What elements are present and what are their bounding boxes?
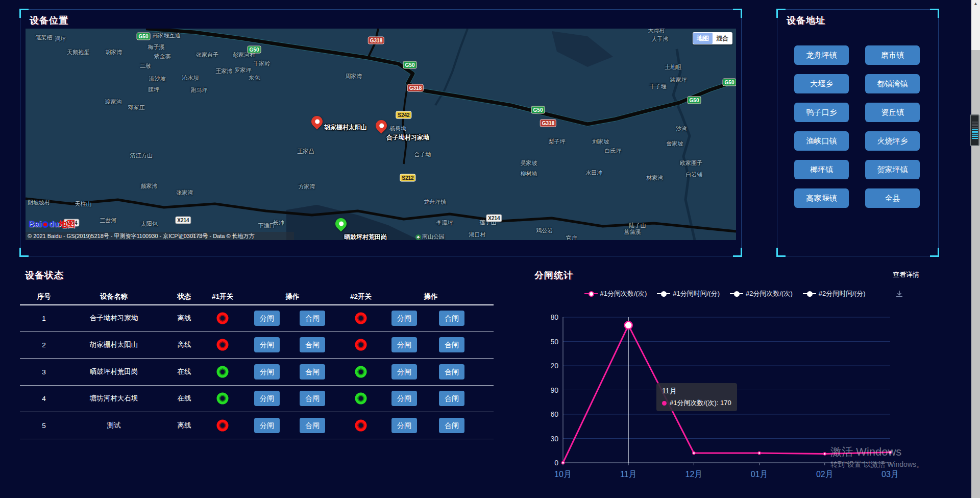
- svg-text:11月: 11月: [620, 470, 637, 479]
- map-marker-label: 胡家棚村太阳山: [324, 123, 367, 132]
- road-shield-s212: S212: [400, 174, 415, 182]
- open-switch2-button[interactable]: 分闸: [391, 337, 417, 352]
- table-rows: 1合子坳村习家坳离线分闸合闸分闸合闸2胡家棚村太阳山离线分闸合闸分闸合闸3晒鼓坪…: [20, 305, 494, 439]
- table-row: 4塘坊河村大石坝在线分闸合闸分闸合闸: [20, 386, 494, 413]
- map-place-label: 路家坪: [670, 76, 687, 84]
- device-location-panel: 设备位置 笔架槽洞坪天鹅抱蛋胡家湾高家堰互通梅子溪紫金寨二墩流沙坡沁水坝腰坪跑马…: [20, 9, 742, 256]
- close-switch2-button[interactable]: 合闸: [439, 391, 464, 406]
- open-switch1-button[interactable]: 分闸: [254, 391, 280, 406]
- open-switch1-button[interactable]: 分闸: [254, 418, 280, 433]
- dashboard: 设备位置 笔架槽洞坪天鹅抱蛋胡家湾高家堰互通梅子溪紫金寨二墩流沙坡沁水坝腰坪跑马…: [0, 0, 980, 498]
- map-place-label: 土地咀: [665, 63, 682, 71]
- map-place-label: 东包: [249, 74, 260, 82]
- close-switch2-button[interactable]: 合闸: [439, 418, 464, 433]
- close-switch2-button[interactable]: 合闸: [439, 311, 464, 326]
- map-place-label: 紫金寨: [154, 53, 171, 60]
- scrollbar-up-arrow[interactable]: ▲: [971, 1, 980, 6]
- road-shield-g50: G50: [531, 106, 545, 114]
- map-place-label: 千家岭: [254, 60, 271, 67]
- open-switch1-button[interactable]: 分闸: [254, 364, 280, 380]
- legend-item[interactable]: #2分闸次数/(次): [730, 289, 793, 298]
- switch2-indicator: [355, 312, 367, 324]
- map-place-label: 高家堰互通: [153, 32, 181, 39]
- chart-legend: #1分闸次数/(次)#1分闸时间/(分)#2分闸次数/(次)#2分闸时间/(分): [551, 289, 898, 298]
- switch2-indicator: [355, 419, 367, 431]
- close-switch2-button[interactable]: 合闸: [439, 337, 464, 352]
- map-place-label: 李潭坪: [436, 219, 453, 227]
- address-button[interactable]: 火烧坪乡: [865, 131, 920, 151]
- close-switch1-button[interactable]: 合闸: [300, 337, 325, 352]
- legend-label: #1分闸次数/(次): [600, 289, 647, 298]
- open-switch2-button[interactable]: 分闸: [391, 391, 417, 406]
- map-place-label: 合子坳: [414, 151, 431, 158]
- legend-item[interactable]: #2分闸时间/(分): [803, 289, 866, 298]
- map-place-label: 笔架槽: [36, 34, 53, 41]
- switch1-indicator: [217, 339, 229, 351]
- windows-activation-hint: 转到“设置”以激活 Windows。: [830, 460, 923, 469]
- address-button[interactable]: 全县: [865, 188, 920, 208]
- address-button[interactable]: 都镇湾镇: [865, 74, 920, 93]
- open-switch2-button[interactable]: 分闸: [391, 418, 417, 433]
- corner-bracket: [930, 9, 939, 18]
- address-button[interactable]: 榔坪镇: [794, 160, 849, 179]
- windows-activation-watermark: 激活 Windows: [830, 444, 901, 460]
- row-index: 4: [42, 395, 46, 402]
- corner-bracket: [776, 9, 786, 18]
- address-button[interactable]: 大堰乡: [794, 74, 849, 93]
- map-place-label: 跑马坪: [191, 86, 208, 94]
- baidu-map-canvas[interactable]: 笔架槽洞坪天鹅抱蛋胡家湾高家堰互通梅子溪紫金寨二墩流沙坡沁水坝腰坪跑马坪渡家沟邓…: [26, 29, 736, 240]
- map-place-label: 三岔河: [100, 217, 117, 224]
- map-place-label: 罗家坪: [235, 66, 252, 74]
- map-type-hybrid-button[interactable]: 混合: [713, 33, 732, 44]
- address-button[interactable]: 贺家坪镇: [865, 160, 920, 179]
- scroll-indicator-widget[interactable]: [970, 114, 979, 146]
- open-switch1-button[interactable]: 分闸: [254, 311, 280, 326]
- map-type-map-button[interactable]: 地图: [693, 33, 713, 44]
- map-place-label: 张家湾: [177, 189, 193, 197]
- map-place-label: 吴家坡: [521, 159, 537, 167]
- map-place-label: 天鹅抱蛋: [67, 49, 89, 56]
- column-header: 操作: [286, 292, 300, 301]
- row-index: 2: [42, 341, 46, 349]
- address-button[interactable]: 资丘镇: [865, 103, 920, 122]
- map-marker-label: 合子坳村习家坳: [386, 133, 429, 142]
- switch1-indicator: [217, 419, 229, 431]
- view-details-link[interactable]: 查看详情: [893, 270, 919, 279]
- column-header: #1开关: [212, 292, 233, 301]
- close-switch1-button[interactable]: 合闸: [300, 418, 325, 433]
- device-status-table: 序号设备名称状态#1开关操作#2开关操作 1合子坳村习家坳离线分闸合闸分闸合闸2…: [20, 289, 494, 439]
- device-name: 塘坊河村大石坝: [90, 394, 138, 403]
- map-place-label: 张家台子: [196, 51, 218, 59]
- legend-item[interactable]: #1分闸次数/(次): [584, 289, 647, 298]
- close-switch1-button[interactable]: 合闸: [300, 364, 325, 380]
- open-switch2-button[interactable]: 分闸: [391, 311, 417, 326]
- legend-item[interactable]: #1分闸时间/(分): [657, 289, 720, 298]
- switch1-indicator: [217, 366, 229, 377]
- map-place-label: 杨树坳: [390, 125, 407, 132]
- svg-text:12月: 12月: [685, 470, 703, 479]
- address-button[interactable]: 高家堰镇: [794, 188, 849, 208]
- address-button[interactable]: 龙舟坪镇: [794, 45, 849, 65]
- close-switch1-button[interactable]: 合闸: [300, 311, 325, 326]
- switch2-indicator: [355, 366, 367, 377]
- map-panel-title: 设备位置: [30, 14, 68, 27]
- page-scrollbar: ▲: [971, 0, 980, 498]
- table-row: 2胡家棚村太阳山离线分闸合闸分闸合闸: [20, 332, 494, 359]
- legend-label: #1分闸时间/(分): [673, 289, 720, 298]
- map-place-label: 胡家湾: [106, 49, 122, 56]
- corner-bracket: [733, 9, 742, 18]
- address-button[interactable]: 渔峡口镇: [794, 131, 849, 151]
- close-switch1-button[interactable]: 合闸: [300, 391, 325, 406]
- chart-panel-title: 分闸统计: [534, 269, 573, 281]
- svg-text:02月: 02月: [816, 470, 834, 479]
- road-shield-g318: G318: [540, 120, 556, 127]
- status-panel-title: 设备状态: [25, 269, 64, 281]
- open-switch1-button[interactable]: 分闸: [254, 337, 280, 352]
- map-place-label: 林家湾: [647, 174, 664, 182]
- address-button[interactable]: 鸭子口乡: [794, 103, 849, 122]
- open-switch2-button[interactable]: 分闸: [391, 364, 417, 380]
- map-place-label: 二墩: [140, 62, 151, 70]
- map-place-label: 欧家圈子: [680, 159, 702, 167]
- address-button[interactable]: 磨市镇: [865, 45, 920, 65]
- close-switch2-button[interactable]: 合闸: [439, 364, 464, 380]
